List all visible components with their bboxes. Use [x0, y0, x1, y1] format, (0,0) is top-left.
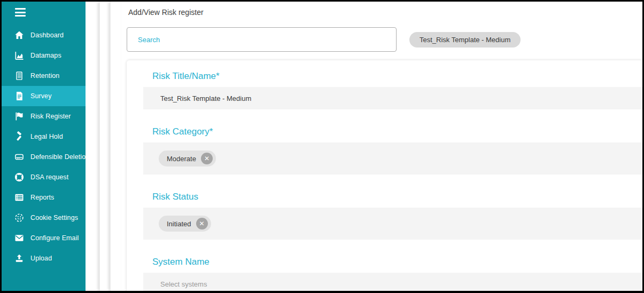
sidebar-item-label: DSA request: [30, 173, 68, 181]
form-section-risk-category: Risk Category* Moderate ✕: [143, 126, 642, 175]
sidebar-item-label: Risk Register: [30, 113, 71, 120]
search-input[interactable]: [127, 27, 397, 52]
field-label-risk-category: Risk Category*: [152, 126, 642, 137]
upload-icon: [13, 252, 26, 264]
risk-title-input[interactable]: [143, 87, 642, 109]
sidebar-item-cookie-settings[interactable]: Cookie Settings: [2, 208, 86, 228]
chip-label: Initiated: [167, 220, 191, 228]
sidebar-item-label: Dashboard: [30, 31, 64, 39]
panel-edge-divider: [110, 2, 121, 291]
selected-template-chip[interactable]: Test_Risk Template - Medium: [409, 32, 521, 47]
sidebar-item-risk-register[interactable]: Risk Register: [2, 106, 86, 126]
report-list-icon: [13, 192, 26, 203]
gavel-icon: [13, 131, 26, 142]
flag-icon: [13, 110, 26, 122]
cookie-icon: [13, 212, 26, 224]
home-icon: [13, 29, 26, 41]
form-section-risk-status: Risk Status Initiated ✕: [143, 192, 642, 240]
document-icon: [13, 90, 26, 102]
content-area: Add/View Risk register Test_Risk Templat…: [86, 2, 642, 291]
sidebar-item-reports[interactable]: Reports: [2, 187, 86, 208]
sidebar-item-label: Cookie Settings: [30, 214, 78, 221]
sidebar-item-dashboard[interactable]: Dashboard: [2, 25, 86, 45]
risk-status-chip: Initiated ✕: [159, 216, 211, 232]
sidebar: Dashboard Datamaps: [2, 2, 86, 291]
risk-status-select[interactable]: Initiated ✕: [143, 208, 642, 240]
field-label-risk-title: Risk Title/Name*: [152, 71, 642, 82]
building-icon: [13, 70, 26, 82]
sidebar-item-label: Defensible Deletion: [30, 153, 86, 161]
sidebar-item-label: Datamaps: [30, 52, 61, 59]
field-label-system-name: System Name: [152, 257, 642, 267]
form-section-system-name: System Name: [143, 257, 642, 291]
sidebar-item-label: Legal Hold: [30, 133, 63, 140]
form-section-risk-title: Risk Title/Name*: [143, 71, 642, 109]
close-icon[interactable]: ✕: [196, 218, 208, 229]
selected-template-chip-label: Test_Risk Template - Medium: [420, 36, 510, 44]
sidebar-item-label: Reports: [30, 194, 54, 201]
life-buoy-icon: [13, 171, 26, 183]
area-chart-icon: [13, 50, 26, 61]
sidebar-item-survey[interactable]: Survey: [2, 86, 86, 106]
envelope-icon: [13, 232, 26, 244]
panel-edge-divider: [99, 2, 110, 291]
sidebar-menu: Dashboard Datamaps: [2, 25, 86, 268]
search-row: Test_Risk Template - Medium: [127, 27, 642, 52]
sidebar-item-retention[interactable]: Retention: [2, 66, 86, 86]
sidebar-item-label: Upload: [30, 255, 52, 262]
risk-category-chip: Moderate ✕: [159, 151, 216, 167]
sidebar-item-dsa-request[interactable]: DSA request: [2, 167, 86, 187]
sidebar-item-defensible-deletion[interactable]: Defensible Deletion: [2, 147, 86, 167]
sidebar-item-label: Survey: [30, 92, 52, 100]
app-window: Dashboard Datamaps: [0, 0, 644, 293]
close-icon[interactable]: ✕: [201, 153, 213, 164]
sidebar-item-label: Configure Email: [30, 234, 79, 242]
chip-label: Moderate: [167, 155, 196, 163]
system-name-select[interactable]: [143, 273, 642, 291]
drive-icon: [13, 151, 26, 163]
sidebar-item-label: Retention: [30, 72, 59, 80]
sidebar-item-upload[interactable]: Upload: [2, 248, 86, 268]
main-panel: Add/View Risk register Test_Risk Templat…: [127, 2, 642, 291]
risk-category-select[interactable]: Moderate ✕: [143, 142, 642, 175]
sidebar-item-configure-email[interactable]: Configure Email: [2, 228, 86, 248]
risk-form-card: Risk Title/Name* Risk Category* Moderate…: [127, 60, 642, 291]
field-label-risk-status: Risk Status: [152, 192, 642, 202]
sidebar-item-datamaps[interactable]: Datamaps: [2, 45, 86, 66]
sidebar-item-legal-hold[interactable]: Legal Hold: [2, 126, 86, 147]
page-title: Add/View Risk register: [128, 8, 642, 17]
hamburger-menu-icon[interactable]: [15, 8, 26, 17]
